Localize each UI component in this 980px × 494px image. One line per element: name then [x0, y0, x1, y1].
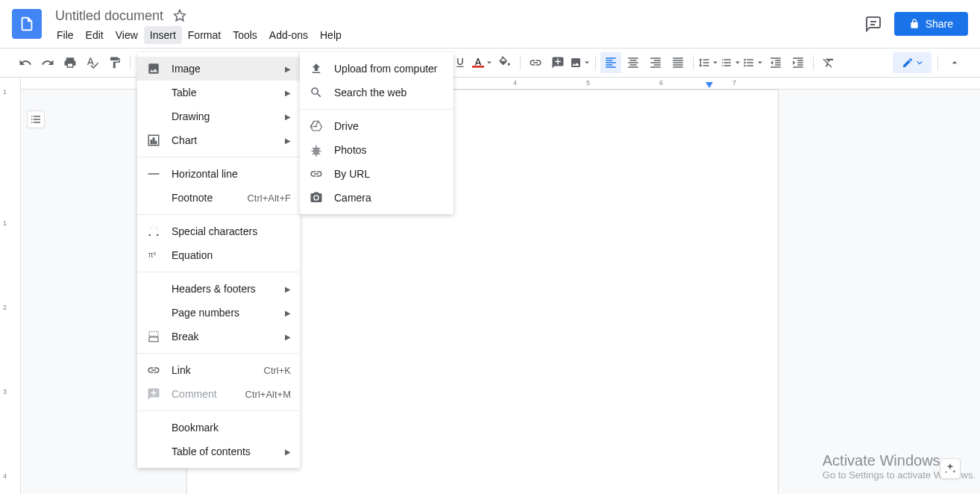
menu-tools[interactable]: Tools [227, 26, 263, 44]
insert-item-comment[interactable]: CommentCtrl+Alt+M [137, 382, 300, 406]
image-item-by-url[interactable]: By URL [300, 162, 453, 186]
submenu-arrow-icon: ▶ [285, 113, 291, 121]
explore-button[interactable] [940, 458, 961, 479]
insert-item-table-of-contents[interactable]: Table of contents▶ [137, 440, 300, 463]
print-button[interactable] [60, 52, 81, 73]
svg-rect-12 [153, 138, 154, 144]
chart-icon [146, 133, 161, 148]
menu-edit[interactable]: Edit [80, 26, 110, 44]
insert-item-table[interactable]: Table▶ [137, 81, 300, 104]
insert-item-link[interactable]: LinkCtrl+K [137, 358, 300, 382]
camera-icon [309, 190, 324, 205]
text-color-button[interactable] [472, 52, 493, 73]
submenu-arrow-icon: ▶ [285, 448, 291, 456]
drive-icon [309, 119, 324, 134]
submenu-arrow-icon: ▶ [285, 137, 291, 145]
hruler-tick: 6 [659, 79, 663, 87]
share-button[interactable]: Share [894, 12, 968, 36]
menu-item-label: Special characters [172, 225, 291, 237]
insert-link-button[interactable] [525, 52, 546, 73]
hline-icon [146, 166, 161, 181]
insert-item-horizontal-line[interactable]: Horizontal line [137, 162, 300, 186]
menu-item-label: Break [172, 331, 285, 343]
photos-icon [309, 143, 324, 157]
ruler-marker[interactable] [706, 82, 713, 88]
menu-item-label: Table of contents [172, 445, 285, 457]
docs-logo[interactable] [12, 9, 42, 39]
align-left-button[interactable] [600, 52, 621, 73]
increase-indent-button[interactable] [788, 52, 808, 73]
image-icon [146, 61, 161, 76]
svg-rect-6 [472, 66, 484, 68]
insert-item-equation[interactable]: π²Equation [137, 243, 300, 267]
hide-menus-button[interactable] [944, 52, 965, 73]
open-comments-icon[interactable] [864, 15, 882, 33]
vruler-tick: 2 [3, 304, 7, 311]
insert-menu-dropdown: Image▶Table▶Drawing▶Chart▶Horizontal lin… [137, 52, 300, 468]
svg-rect-2 [23, 28, 27, 28]
insert-item-bookmark[interactable]: Bookmark [137, 416, 300, 440]
insert-item-chart[interactable]: Chart▶ [137, 128, 300, 152]
menu-help[interactable]: Help [314, 26, 348, 44]
hruler-tick: 7 [732, 79, 736, 87]
align-justify-button[interactable] [668, 52, 688, 73]
pi-icon: π² [146, 248, 161, 263]
align-right-button[interactable] [645, 52, 666, 73]
insert-item-footnote[interactable]: FootnoteCtrl+Alt+F [137, 186, 300, 210]
clear-formatting-button[interactable] [818, 52, 839, 73]
insert-image-button[interactable] [570, 52, 591, 73]
star-button[interactable] [171, 7, 189, 25]
image-item-drive[interactable]: Drive [300, 114, 453, 138]
svg-rect-17 [149, 337, 158, 342]
menu-file[interactable]: File [51, 26, 80, 44]
insert-item-break[interactable]: Break▶ [137, 325, 300, 348]
submenu-arrow-icon: ▶ [285, 89, 291, 97]
undo-button[interactable] [15, 52, 36, 73]
redo-button[interactable] [37, 52, 58, 73]
menu-add-ons[interactable]: Add-ons [263, 26, 314, 44]
image-item-upload-from-computer[interactable]: Upload from computer [300, 57, 453, 81]
submenu-arrow-icon: ▶ [285, 65, 291, 73]
insert-comment-button[interactable] [547, 52, 568, 73]
svg-point-9 [744, 65, 746, 67]
highlight-color-button[interactable] [494, 52, 515, 73]
menu-item-label: Headers & footers [172, 283, 285, 295]
image-item-camera[interactable]: Camera [300, 186, 453, 210]
svg-point-7 [744, 59, 746, 61]
insert-item-special-characters[interactable]: Special characters [137, 219, 300, 243]
bulleted-list-button[interactable] [743, 52, 764, 73]
svg-rect-13 [155, 142, 157, 144]
url-icon [309, 166, 324, 181]
hruler-tick: 4 [513, 79, 517, 87]
insert-item-headers-footers[interactable]: Headers & footers▶ [137, 277, 300, 301]
insert-item-drawing[interactable]: Drawing▶ [137, 104, 300, 128]
spellcheck-button[interactable] [82, 52, 103, 73]
vruler-tick: 3 [3, 388, 7, 395]
menu-item-label: Search the web [334, 87, 445, 99]
vruler-tick: 4 [3, 472, 7, 480]
image-item-photos[interactable]: Photos [300, 138, 453, 162]
svg-rect-0 [23, 23, 28, 24]
decrease-indent-button[interactable] [765, 52, 786, 73]
editing-mode-button[interactable] [893, 52, 932, 73]
menu-item-label: Image [172, 63, 285, 75]
line-spacing-button[interactable] [698, 52, 719, 73]
link-icon [146, 363, 161, 378]
document-outline-button[interactable] [27, 110, 45, 128]
insert-item-image[interactable]: Image▶ [137, 57, 300, 81]
align-center-button[interactable] [623, 52, 644, 73]
checklist-button[interactable] [720, 52, 741, 73]
menu-item-label: Chart [172, 134, 285, 146]
svg-rect-11 [151, 140, 152, 144]
menu-insert[interactable]: Insert [144, 26, 182, 44]
menu-item-label: Bookmark [172, 422, 291, 434]
vruler-tick: 1 [3, 88, 7, 96]
paint-format-button[interactable] [104, 52, 125, 73]
menu-view[interactable]: View [110, 26, 144, 44]
menu-format[interactable]: Format [182, 26, 227, 44]
insert-item-page-numbers[interactable]: Page numbers▶ [137, 301, 300, 325]
vruler-tick: 1 [3, 219, 7, 227]
menu-shortcut: Ctrl+Alt+F [247, 193, 291, 204]
document-title[interactable]: Untitled document [51, 7, 168, 25]
image-item-search-the-web[interactable]: Search the web [300, 81, 453, 104]
